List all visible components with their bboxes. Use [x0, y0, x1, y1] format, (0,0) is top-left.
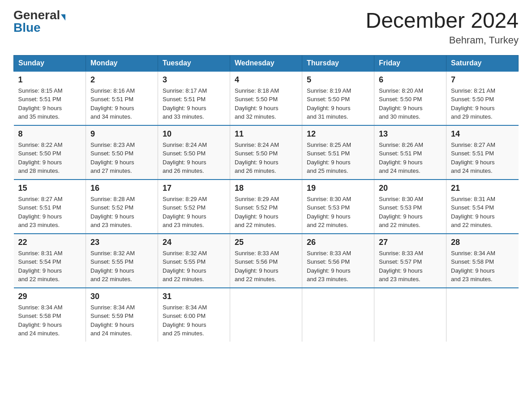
- day-number: 13: [379, 129, 442, 139]
- day-number: 30: [90, 292, 153, 301]
- header-row: Sunday Monday Tuesday Wednesday Thursday…: [14, 55, 519, 71]
- day-cell: 16Sunrise: 8:28 AMSunset: 5:52 PMDayligh…: [86, 180, 158, 234]
- day-info: Sunrise: 8:24 AMSunset: 5:50 PMDaylight:…: [163, 141, 225, 176]
- day-number: 24: [163, 238, 225, 247]
- logo-general-text: General: [13, 8, 60, 22]
- day-number: 1: [18, 75, 82, 85]
- day-number: 27: [379, 238, 442, 247]
- day-info: Sunrise: 8:34 AMSunset: 5:58 PMDaylight:…: [451, 249, 514, 284]
- day-cell: 14Sunrise: 8:27 AMSunset: 5:51 PMDayligh…: [446, 125, 519, 180]
- day-cell: 2Sunrise: 8:16 AMSunset: 5:51 PMDaylight…: [86, 71, 158, 125]
- day-info: Sunrise: 8:15 AMSunset: 5:51 PMDaylight:…: [18, 86, 82, 121]
- day-info: Sunrise: 8:31 AMSunset: 5:54 PMDaylight:…: [451, 195, 514, 230]
- day-cell: 27Sunrise: 8:33 AMSunset: 5:57 PMDayligh…: [374, 234, 446, 288]
- day-cell: 31Sunrise: 8:34 AMSunset: 6:00 PMDayligh…: [158, 288, 230, 342]
- day-info: Sunrise: 8:32 AMSunset: 5:55 PMDaylight:…: [90, 249, 153, 284]
- day-info: Sunrise: 8:20 AMSunset: 5:50 PMDaylight:…: [379, 86, 442, 121]
- day-info: Sunrise: 8:29 AMSunset: 5:52 PMDaylight:…: [163, 195, 225, 230]
- day-info: Sunrise: 8:30 AMSunset: 5:53 PMDaylight:…: [379, 195, 442, 230]
- col-monday: Monday: [86, 55, 158, 71]
- day-cell: [230, 288, 302, 342]
- day-cell: 26Sunrise: 8:33 AMSunset: 5:56 PMDayligh…: [302, 234, 374, 288]
- day-info: Sunrise: 8:29 AMSunset: 5:52 PMDaylight:…: [235, 195, 297, 230]
- day-number: 2: [90, 75, 153, 85]
- day-cell: 25Sunrise: 8:33 AMSunset: 5:56 PMDayligh…: [230, 234, 302, 288]
- day-number: 19: [307, 184, 369, 193]
- day-number: 4: [235, 75, 297, 85]
- day-cell: 10Sunrise: 8:24 AMSunset: 5:50 PMDayligh…: [158, 125, 230, 180]
- day-number: 20: [379, 184, 442, 193]
- day-number: 15: [18, 184, 82, 193]
- day-info: Sunrise: 8:27 AMSunset: 5:51 PMDaylight:…: [18, 195, 82, 230]
- day-cell: 30Sunrise: 8:34 AMSunset: 5:59 PMDayligh…: [86, 288, 158, 342]
- day-number: 10: [163, 129, 225, 139]
- day-info: Sunrise: 8:32 AMSunset: 5:55 PMDaylight:…: [163, 249, 225, 284]
- day-cell: 9Sunrise: 8:23 AMSunset: 5:50 PMDaylight…: [86, 125, 158, 180]
- day-info: Sunrise: 8:24 AMSunset: 5:50 PMDaylight:…: [235, 141, 297, 176]
- page-header: General Blue December 2024 Behram, Turke…: [13, 9, 519, 46]
- day-number: 6: [379, 75, 442, 85]
- day-info: Sunrise: 8:33 AMSunset: 5:56 PMDaylight:…: [235, 249, 297, 284]
- logo-blue-text: Blue: [13, 21, 41, 34]
- day-cell: 3Sunrise: 8:17 AMSunset: 5:51 PMDaylight…: [158, 71, 230, 125]
- day-info: Sunrise: 8:31 AMSunset: 5:54 PMDaylight:…: [18, 249, 82, 284]
- day-number: 25: [235, 238, 297, 247]
- day-info: Sunrise: 8:34 AMSunset: 5:59 PMDaylight:…: [90, 303, 153, 338]
- day-number: 21: [451, 184, 514, 193]
- day-info: Sunrise: 8:23 AMSunset: 5:50 PMDaylight:…: [90, 141, 153, 176]
- day-number: 29: [18, 292, 82, 301]
- day-number: 14: [451, 129, 514, 139]
- day-cell: 6Sunrise: 8:20 AMSunset: 5:50 PMDaylight…: [374, 71, 446, 125]
- month-title: December 2024: [365, 9, 519, 33]
- day-number: 17: [163, 184, 225, 193]
- day-info: Sunrise: 8:18 AMSunset: 5:50 PMDaylight:…: [235, 86, 297, 121]
- day-info: Sunrise: 8:26 AMSunset: 5:51 PMDaylight:…: [379, 141, 442, 176]
- day-info: Sunrise: 8:33 AMSunset: 5:56 PMDaylight:…: [307, 249, 369, 284]
- day-cell: 8Sunrise: 8:22 AMSunset: 5:50 PMDaylight…: [14, 125, 86, 180]
- col-saturday: Saturday: [446, 55, 519, 71]
- day-info: Sunrise: 8:33 AMSunset: 5:57 PMDaylight:…: [379, 249, 442, 284]
- day-number: 5: [307, 75, 369, 85]
- week-row-2: 8Sunrise: 8:22 AMSunset: 5:50 PMDaylight…: [14, 125, 519, 180]
- day-cell: 7Sunrise: 8:21 AMSunset: 5:50 PMDaylight…: [446, 71, 519, 125]
- day-info: Sunrise: 8:34 AMSunset: 6:00 PMDaylight:…: [163, 303, 225, 338]
- day-info: Sunrise: 8:30 AMSunset: 5:53 PMDaylight:…: [307, 195, 369, 230]
- day-cell: 4Sunrise: 8:18 AMSunset: 5:50 PMDaylight…: [230, 71, 302, 125]
- week-row-4: 22Sunrise: 8:31 AMSunset: 5:54 PMDayligh…: [14, 234, 519, 288]
- day-cell: 23Sunrise: 8:32 AMSunset: 5:55 PMDayligh…: [86, 234, 158, 288]
- week-row-5: 29Sunrise: 8:34 AMSunset: 5:58 PMDayligh…: [14, 288, 519, 342]
- day-number: 22: [18, 238, 82, 247]
- day-cell: 5Sunrise: 8:19 AMSunset: 5:50 PMDaylight…: [302, 71, 374, 125]
- logo: General Blue: [13, 9, 65, 34]
- col-thursday: Thursday: [302, 55, 374, 71]
- day-info: Sunrise: 8:17 AMSunset: 5:51 PMDaylight:…: [163, 86, 225, 121]
- day-number: 23: [90, 238, 153, 247]
- day-cell: 13Sunrise: 8:26 AMSunset: 5:51 PMDayligh…: [374, 125, 446, 180]
- logo-triangle-icon: [61, 14, 65, 21]
- day-info: Sunrise: 8:27 AMSunset: 5:51 PMDaylight:…: [451, 141, 514, 176]
- location-text: Behram, Turkey: [365, 34, 519, 46]
- day-number: 9: [90, 129, 153, 139]
- day-cell: 28Sunrise: 8:34 AMSunset: 5:58 PMDayligh…: [446, 234, 519, 288]
- day-number: 7: [451, 75, 514, 85]
- col-friday: Friday: [374, 55, 446, 71]
- day-number: 11: [235, 129, 297, 139]
- day-cell: 17Sunrise: 8:29 AMSunset: 5:52 PMDayligh…: [158, 180, 230, 234]
- day-info: Sunrise: 8:22 AMSunset: 5:50 PMDaylight:…: [18, 141, 82, 176]
- day-info: Sunrise: 8:21 AMSunset: 5:50 PMDaylight:…: [451, 86, 514, 121]
- day-cell: 15Sunrise: 8:27 AMSunset: 5:51 PMDayligh…: [14, 180, 86, 234]
- day-cell: [446, 288, 519, 342]
- day-cell: 20Sunrise: 8:30 AMSunset: 5:53 PMDayligh…: [374, 180, 446, 234]
- day-number: 12: [307, 129, 369, 139]
- day-number: 16: [90, 184, 153, 193]
- week-row-1: 1Sunrise: 8:15 AMSunset: 5:51 PMDaylight…: [14, 71, 519, 125]
- day-cell: 22Sunrise: 8:31 AMSunset: 5:54 PMDayligh…: [14, 234, 86, 288]
- day-cell: 29Sunrise: 8:34 AMSunset: 5:58 PMDayligh…: [14, 288, 86, 342]
- day-info: Sunrise: 8:19 AMSunset: 5:50 PMDaylight:…: [307, 86, 369, 121]
- day-cell: 18Sunrise: 8:29 AMSunset: 5:52 PMDayligh…: [230, 180, 302, 234]
- day-number: 26: [307, 238, 369, 247]
- day-info: Sunrise: 8:34 AMSunset: 5:58 PMDaylight:…: [18, 303, 82, 338]
- day-cell: 1Sunrise: 8:15 AMSunset: 5:51 PMDaylight…: [14, 71, 86, 125]
- day-info: Sunrise: 8:28 AMSunset: 5:52 PMDaylight:…: [90, 195, 153, 230]
- col-wednesday: Wednesday: [230, 55, 302, 71]
